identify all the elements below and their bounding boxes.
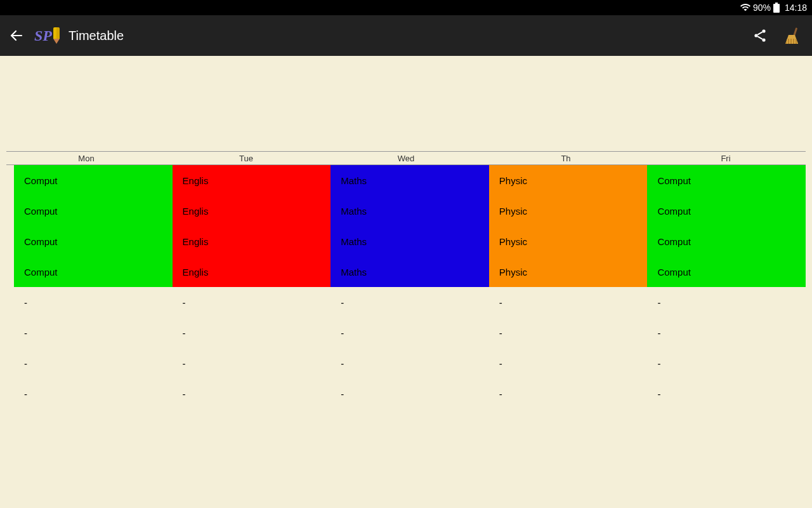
timetable-cell[interactable]: Comput <box>14 257 173 287</box>
day-header: Wed <box>326 152 486 164</box>
timetable-cell-empty[interactable]: - <box>647 318 806 348</box>
broom-icon <box>784 27 799 44</box>
day-header: Th <box>486 152 646 164</box>
timetable-cell[interactable]: Comput <box>647 257 806 287</box>
svg-point-3 <box>762 29 765 32</box>
svg-rect-1 <box>775 3 778 4</box>
timetable-cell-empty[interactable]: - <box>647 287 806 318</box>
timetable-cell-empty[interactable]: - <box>489 348 648 378</box>
timetable: MonTueWedThFri ComputEnglisMathsPhysicCo… <box>6 151 806 409</box>
timetable-cell-empty[interactable]: - <box>647 378 806 409</box>
timetable-body: ComputEnglisMathsPhysicComputComputEngli… <box>6 165 806 409</box>
timetable-cell[interactable]: Maths <box>331 196 489 226</box>
timetable-cell[interactable]: Physic <box>489 165 648 196</box>
app-logo: SP <box>34 27 60 44</box>
wifi-icon <box>740 3 750 13</box>
day-header: Fri <box>646 152 806 164</box>
timetable-cell[interactable]: Comput <box>14 226 173 257</box>
pencil-icon <box>53 27 60 44</box>
share-button[interactable] <box>751 27 769 44</box>
status-time: 14:18 <box>785 3 807 13</box>
page-title: Timetable <box>69 29 742 43</box>
timetable-row: ComputEnglisMathsPhysicComput <box>14 196 806 226</box>
day-header: Tue <box>166 152 326 164</box>
timetable-cell[interactable]: Physic <box>489 226 648 257</box>
timetable-cell-empty[interactable]: - <box>173 348 331 378</box>
timetable-cell[interactable]: Comput <box>647 196 806 226</box>
timetable-cell[interactable]: Englis <box>173 257 331 287</box>
day-header: Mon <box>6 152 166 164</box>
timetable-cell[interactable]: Maths <box>331 165 489 196</box>
timetable-cell[interactable]: Englis <box>173 226 331 257</box>
timetable-cell[interactable]: Maths <box>331 257 489 287</box>
status-bar: 90% 14:18 <box>0 0 812 15</box>
battery-percent: 90% <box>753 3 771 13</box>
timetable-cell-empty[interactable]: - <box>489 287 648 318</box>
timetable-row: ----- <box>14 348 806 378</box>
timetable-cell-empty[interactable]: - <box>173 287 331 318</box>
timetable-row: ComputEnglisMathsPhysicComput <box>14 165 806 196</box>
timetable-cell-empty[interactable]: - <box>331 378 489 409</box>
timetable-cell[interactable]: Comput <box>14 165 173 196</box>
timetable-cell[interactable]: Comput <box>647 165 806 196</box>
timetable-row: ComputEnglisMathsPhysicComput <box>14 257 806 287</box>
timetable-row: ComputEnglisMathsPhysicComput <box>14 226 806 257</box>
day-header-row: MonTueWedThFri <box>6 151 806 165</box>
timetable-cell[interactable]: Englis <box>173 165 331 196</box>
timetable-cell-empty[interactable]: - <box>647 348 806 378</box>
logo-text: SP <box>34 27 52 44</box>
timetable-cell-empty[interactable]: - <box>173 378 331 409</box>
timetable-cell[interactable]: Comput <box>14 196 173 226</box>
timetable-cell-empty[interactable]: - <box>331 318 489 348</box>
timetable-row: ----- <box>14 287 806 318</box>
timetable-cell[interactable]: Physic <box>489 196 648 226</box>
timetable-cell-empty[interactable]: - <box>489 378 648 409</box>
timetable-cell-empty[interactable]: - <box>173 318 331 348</box>
content-area: MonTueWedThFri ComputEnglisMathsPhysicCo… <box>0 56 812 508</box>
timetable-row: ----- <box>14 318 806 348</box>
timetable-cell[interactable]: Comput <box>647 226 806 257</box>
back-button[interactable] <box>8 27 25 44</box>
timetable-cell-empty[interactable]: - <box>14 287 173 318</box>
app-bar: SP Timetable <box>0 15 812 56</box>
clear-button[interactable] <box>783 27 801 44</box>
timetable-cell-empty[interactable]: - <box>489 318 648 348</box>
timetable-cell-empty[interactable]: - <box>331 348 489 378</box>
timetable-cell-empty[interactable]: - <box>14 378 173 409</box>
timetable-cell[interactable]: Physic <box>489 257 648 287</box>
timetable-cell[interactable]: Maths <box>331 226 489 257</box>
timetable-row: ----- <box>14 378 806 409</box>
battery-icon <box>773 3 780 13</box>
timetable-cell-empty[interactable]: - <box>14 318 173 348</box>
svg-rect-0 <box>773 4 780 13</box>
timetable-cell-empty[interactable]: - <box>14 348 173 378</box>
svg-point-5 <box>762 38 765 41</box>
timetable-cell[interactable]: Englis <box>173 196 331 226</box>
svg-point-4 <box>754 34 757 37</box>
timetable-cell-empty[interactable]: - <box>331 287 489 318</box>
